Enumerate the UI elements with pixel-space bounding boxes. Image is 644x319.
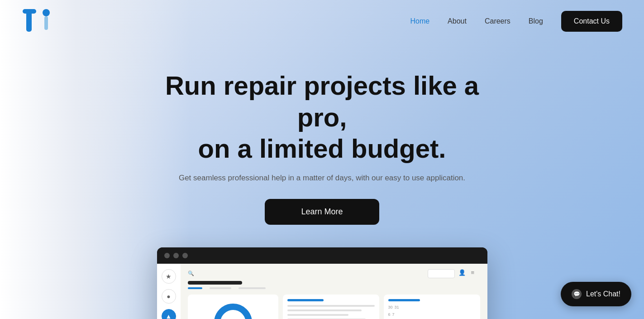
line-3 xyxy=(287,314,348,316)
hero-title: Run repair projects like a pro, on a lim… xyxy=(141,70,503,164)
navbar: Home About Careers Blog Contact Us xyxy=(0,0,644,43)
user-icon: 👤 xyxy=(458,269,467,278)
svg-point-2 xyxy=(43,9,50,16)
cal-numbers: 30 31 xyxy=(388,305,476,309)
mid-card-title xyxy=(287,299,324,301)
window-dot-1 xyxy=(164,253,170,258)
sidebar-dot-icon: ● xyxy=(162,289,176,304)
nav-blog[interactable]: Blog xyxy=(529,17,543,25)
menu-icon: ≡ xyxy=(471,269,480,278)
mockup-main: 🔍 👤 ≡ xyxy=(181,264,487,319)
window-dot-3 xyxy=(182,253,188,258)
chat-icon: 💬 xyxy=(572,289,582,299)
mockup-search: 🔍 xyxy=(188,271,194,276)
line-1 xyxy=(287,305,375,307)
sidebar-star-icon: ★ xyxy=(162,269,176,284)
mockup-window: ★ ● ▲ + 🔍 👤 ≡ xyxy=(157,247,487,319)
donut-card xyxy=(188,295,278,319)
mockup-sidebar: ★ ● ▲ + xyxy=(157,264,181,319)
donut-chart xyxy=(210,300,256,319)
tab-bar xyxy=(188,287,480,289)
right-card-title xyxy=(388,299,420,301)
line-2 xyxy=(287,309,362,311)
window-dot-2 xyxy=(173,253,179,258)
heading-bar xyxy=(188,281,242,285)
logo xyxy=(22,8,54,34)
mid-card-lines xyxy=(287,305,375,319)
contact-us-button[interactable]: Contact Us xyxy=(561,11,622,32)
search-icon: 🔍 xyxy=(188,271,194,276)
tab-inactive-2 xyxy=(239,287,266,289)
sidebar-active-icon: ▲ xyxy=(162,309,176,319)
chat-label: Let's Chat! xyxy=(586,290,620,298)
mid-card xyxy=(283,295,379,319)
nav-links: Home About Careers Blog Contact Us xyxy=(410,11,622,32)
hero-section: Run repair projects like a pro, on a lim… xyxy=(0,43,644,225)
window-titlebar xyxy=(157,247,487,264)
svg-rect-1 xyxy=(26,9,32,32)
svg-rect-3 xyxy=(44,16,48,30)
chat-bubble[interactable]: 💬 Let's Chat! xyxy=(561,282,631,306)
app-mockup: ★ ● ▲ + 🔍 👤 ≡ xyxy=(0,247,644,319)
hero-subtitle: Get seamless professional help in a matt… xyxy=(0,174,644,183)
cards-row: 30 31 6 7 xyxy=(188,295,480,319)
tab-inactive-1 xyxy=(210,287,231,289)
right-card: 30 31 6 7 xyxy=(384,295,480,319)
learn-more-button[interactable]: Learn More xyxy=(265,199,379,225)
logo-icon xyxy=(22,8,54,34)
ctrl-pill xyxy=(428,269,455,278)
svg-point-7 xyxy=(224,314,242,319)
mockup-controls: 👤 ≡ xyxy=(423,269,480,278)
nav-about[interactable]: About xyxy=(448,17,467,25)
cal-numbers-2: 6 7 xyxy=(388,312,476,317)
nav-home[interactable]: Home xyxy=(410,17,429,25)
tab-active xyxy=(188,287,202,289)
nav-careers[interactable]: Careers xyxy=(485,17,510,25)
mockup-body: ★ ● ▲ + 🔍 👤 ≡ xyxy=(157,264,487,319)
mockup-top-row: 🔍 👤 ≡ xyxy=(188,269,480,278)
